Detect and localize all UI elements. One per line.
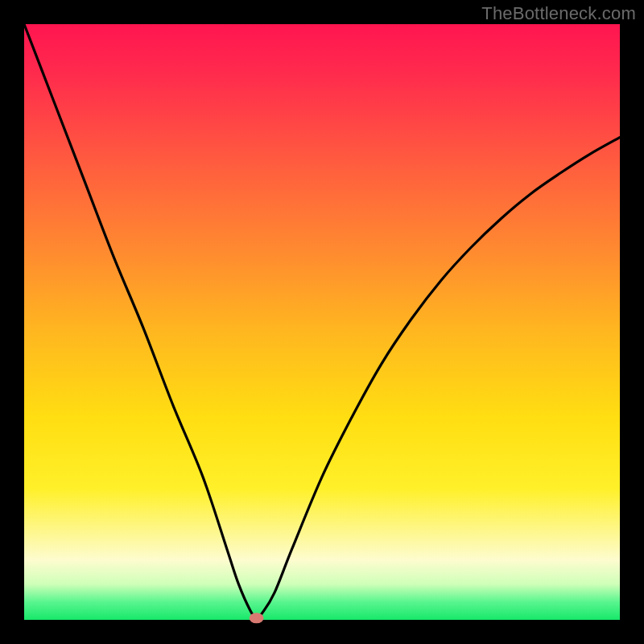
chart-frame: TheBottleneck.com	[0, 0, 644, 644]
optimal-marker	[250, 613, 264, 623]
watermark-text: TheBottleneck.com	[481, 3, 636, 24]
curve-svg	[24, 24, 620, 620]
bottleneck-curve	[24, 24, 620, 618]
plot-area	[24, 24, 620, 620]
